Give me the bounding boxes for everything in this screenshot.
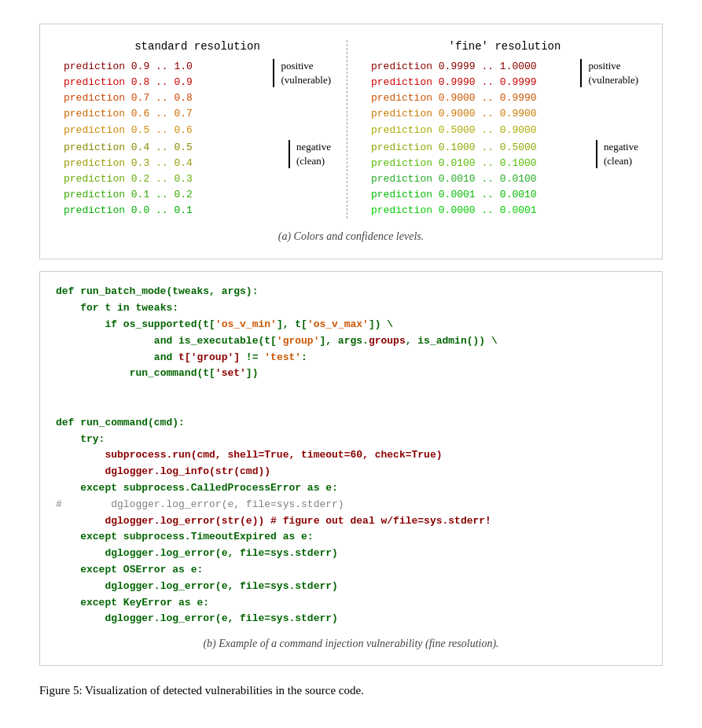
- code-line-7: def run_command(cmd):: [56, 415, 646, 432]
- caption-a: (a) Colors and confidence levels.: [278, 230, 424, 243]
- figure-container: standard resolution prediction 0.9 .. 1.…: [39, 24, 663, 699]
- pred-std-2: prediction 0.8 .. 0.9: [64, 75, 265, 90]
- pred-fine-6: prediction 0.1000 .. 0.5000: [371, 140, 588, 156]
- positive-label-fine: positive (vulnerable): [580, 59, 638, 87]
- pred-std-3: prediction 0.7 .. 0.8: [64, 90, 265, 106]
- standard-col: standard resolution prediction 0.9 .. 1.…: [64, 40, 347, 219]
- caption-b: (b) Example of a command injection vulne…: [56, 635, 646, 653]
- code-line-18: except KeyError as e:: [56, 595, 646, 612]
- pred-fine-9: prediction 0.0001 .. 0.0010: [371, 187, 588, 203]
- code-line-16: except OSError as e:: [56, 562, 646, 579]
- pred-std-4: prediction 0.6 .. 0.7: [64, 106, 265, 122]
- standard-neg-group: prediction 0.4 .. 0.5 prediction 0.3 .. …: [64, 140, 331, 219]
- fine-neg-lines: prediction 0.1000 .. 0.5000 prediction 0…: [371, 140, 588, 219]
- pred-std-6: prediction 0.4 .. 0.5: [64, 140, 281, 156]
- code-line-8: try:: [56, 432, 646, 448]
- standard-neg-lines: prediction 0.4 .. 0.5 prediction 0.3 .. …: [64, 140, 281, 219]
- pred-std-10: prediction 0.0 .. 0.1: [64, 203, 281, 219]
- pred-fine-3: prediction 0.9000 .. 0.9990: [371, 90, 572, 106]
- code-line-4: and is_executable(t['group'], args.group…: [56, 333, 646, 350]
- fine-pos-lines: prediction 0.9999 .. 1.0000 prediction 0…: [371, 59, 572, 138]
- pred-std-8: prediction 0.2 .. 0.3: [64, 171, 281, 187]
- code-line-1: def run_batch_mode(tweaks, args):: [56, 284, 646, 300]
- standard-header: standard resolution: [64, 40, 331, 53]
- code-line-9: subprocess.run(cmd, shell=True, timeout=…: [56, 447, 646, 464]
- standard-predictions-group: prediction 0.9 .. 1.0 prediction 0.8 .. …: [64, 59, 331, 138]
- fine-neg-group: prediction 0.1000 .. 0.5000 prediction 0…: [371, 140, 638, 219]
- code-line-14: except subprocess.TimeoutExpired as e:: [56, 529, 646, 546]
- pred-std-5: prediction 0.5 .. 0.6: [64, 123, 265, 138]
- negative-label-fine: negative (clean): [596, 140, 638, 168]
- code-line-5: and t['group'] != 'test':: [56, 350, 646, 366]
- fine-pos-group: prediction 0.9999 .. 1.0000 prediction 0…: [371, 59, 638, 138]
- code-line-15: dglogger.log_error(e, file=sys.stderr): [56, 546, 646, 562]
- pred-std-7: prediction 0.3 .. 0.4: [64, 156, 281, 171]
- part-a-panel: standard resolution prediction 0.9 .. 1.…: [39, 24, 663, 259]
- code-line-17: dglogger.log_error(e, file=sys.stderr): [56, 579, 646, 595]
- pred-fine-8: prediction 0.0010 .. 0.0100: [371, 171, 588, 187]
- pred-std-1: prediction 0.9 .. 1.0: [64, 59, 265, 75]
- pred-fine-7: prediction 0.0100 .. 0.1000: [371, 156, 588, 171]
- code-line-6: run_command(t['set']): [56, 366, 646, 382]
- negative-label-std: negative (clean): [289, 140, 331, 168]
- code-line-11: except subprocess.CalledProcessError as …: [56, 480, 646, 497]
- pred-fine-1: prediction 0.9999 .. 1.0000: [371, 59, 572, 75]
- code-line-12: # dglogger.log_error(e, file=sys.stderr): [56, 497, 646, 513]
- positive-label-std: positive (vulnerable): [273, 59, 331, 87]
- code-line-blank1: [56, 382, 646, 399]
- pred-fine-5: prediction 0.5000 .. 0.9000: [371, 123, 572, 138]
- part-b-panel: def run_batch_mode(tweaks, args): for t …: [39, 271, 663, 665]
- pred-std-9: prediction 0.1 .. 0.2: [64, 187, 281, 203]
- standard-prediction-lines: prediction 0.9 .. 1.0 prediction 0.8 .. …: [64, 59, 265, 138]
- pred-fine-2: prediction 0.9990 .. 0.9999: [371, 75, 572, 90]
- pred-fine-10: prediction 0.0000 .. 0.0001: [371, 203, 588, 219]
- fine-col: 'fine' resolution prediction 0.9999 .. 1…: [347, 40, 638, 219]
- pred-fine-4: prediction 0.9000 .. 0.9900: [371, 106, 572, 122]
- code-line-13: dglogger.log_error(str(e)) # figure out …: [56, 513, 646, 530]
- code-line-2: for t in tweaks:: [56, 300, 646, 317]
- figure-caption: Figure 5: Visualization of detected vuln…: [39, 682, 663, 700]
- code-line-19: dglogger.log_error(e, file=sys.stderr): [56, 611, 646, 627]
- code-line-3: if os_supported(t['os_v_min'], t['os_v_m…: [56, 317, 646, 333]
- resolution-columns: standard resolution prediction 0.9 .. 1.…: [64, 40, 638, 219]
- code-line-10: dglogger.log_info(str(cmd)): [56, 464, 646, 480]
- code-line-blank2: [56, 399, 646, 415]
- fine-header: 'fine' resolution: [371, 40, 638, 53]
